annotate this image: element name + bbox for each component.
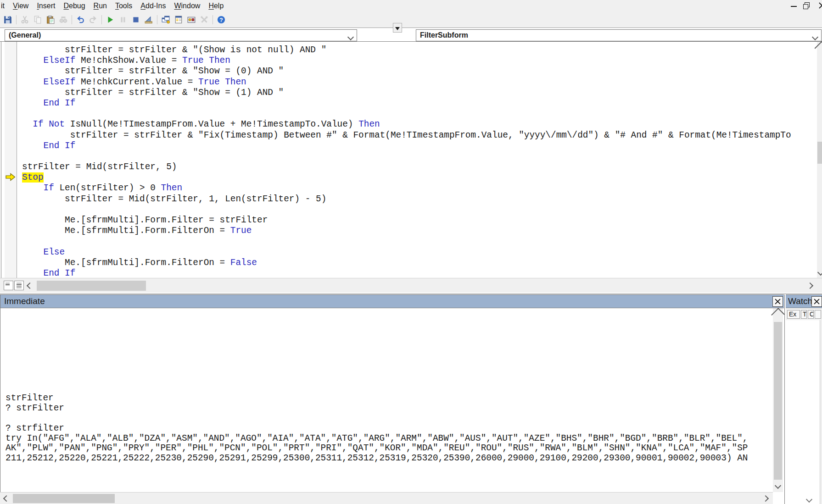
scroll-left-button[interactable] [25,281,35,291]
code-line: strFilter = strFilter & "Show = (1) AND … [22,88,817,98]
break-button[interactable] [117,13,129,26]
scroll-right-button[interactable] [805,281,815,291]
design-mode-button[interactable] [142,13,155,26]
properties-window-button[interactable] [172,13,185,26]
code-line: Me.[sfrmMulti].Form.FilterOn = False [22,258,817,268]
menu-item-tools[interactable]: Tools [111,1,136,11]
save-button[interactable] [1,13,14,26]
save-icon [4,16,12,24]
scroll-up-button[interactable] [773,310,783,319]
redo-button[interactable] [87,13,100,26]
menu-item-run[interactable]: Run [89,1,111,11]
immediate-horizontal-scrollbar-thumb[interactable] [13,494,115,503]
watches-column-headers: ExTC [786,309,822,320]
code-vertical-scrollbar[interactable] [817,42,822,278]
watches-scrollbar[interactable] [820,320,822,504]
scroll-up-button[interactable] [817,43,822,52]
menu-item-insert[interactable]: Insert [33,1,59,11]
combo-row: (General) FilterSubform [0,28,822,42]
immediate-window-titlebar[interactable]: Immediate [0,294,784,308]
code-line: End If [22,98,817,109]
watch-panel-divider[interactable] [784,294,785,504]
full-module-view-icon [17,283,22,288]
watches-column-header: C [808,310,814,319]
undo-icon [76,16,84,24]
full-module-view-button[interactable] [14,281,24,290]
procedure-combobox-value: FilterSubform [420,31,468,39]
immediate-close-button[interactable] [772,296,783,307]
menu-item-view[interactable]: View [9,1,33,11]
code-margin-indicator-bar[interactable] [5,42,17,278]
svg-text:?: ? [219,17,223,23]
procedure-view-button[interactable] [4,281,13,290]
code-window[interactable]: strFilter = strFilter & "(Show is not nu… [17,42,817,278]
undo-button[interactable] [74,13,87,26]
immediate-vertical-scrollbar-thumb[interactable] [774,322,782,480]
run-icon [106,16,114,24]
restore-button[interactable] [803,2,810,9]
scroll-left-button[interactable] [2,494,11,503]
code-line: Else [22,247,817,258]
immediate-vertical-scrollbar[interactable] [773,308,783,492]
immediate-horizontal-scrollbar[interactable] [0,492,773,504]
toolbar-separator [212,15,213,24]
redo-icon [89,16,97,24]
copy-button[interactable] [31,13,44,26]
pane-divider[interactable] [0,294,822,294]
current-statement-arrow-icon [6,173,16,181]
cut-button[interactable] [18,13,31,26]
chevron-right-icon [762,495,769,502]
toolbar-separator [72,15,72,24]
menu-item-add-ins[interactable]: Add-Ins [136,1,170,11]
immediate-window[interactable]: strFilter ? strFilter ? strfilter try In… [0,308,784,492]
scroll-down-button[interactable] [817,268,822,277]
reset-button[interactable] [129,13,142,26]
toolbar-separator [157,15,157,24]
code-vertical-scrollbar-thumb[interactable] [817,142,822,164]
close-button[interactable] [819,2,822,9]
chevron-down-icon [395,27,400,30]
code-editor[interactable]: strFilter = strFilter & "(Show is not nu… [17,42,817,278]
run-button[interactable] [104,13,117,26]
toolbox-button[interactable] [198,13,211,26]
properties-window-icon [174,16,183,24]
code-horizontal-scrollbar-thumb[interactable] [37,281,146,291]
menu-item-window[interactable]: Window [170,1,204,11]
menu-item-it[interactable]: it [0,1,9,11]
paste-button[interactable] [44,13,57,26]
code-line: If Len(strFilter) > 0 Then [22,183,817,194]
code-line: strFilter = Mid(strFilter, 1, Len(strFil… [22,194,817,205]
scroll-right-button[interactable] [761,494,770,503]
chevron-left-icon [3,495,10,502]
procedure-combobox[interactable]: FilterSubform [416,29,822,41]
minimize-button[interactable] [791,6,797,7]
toolbar: ? [0,12,822,28]
object-combobox[interactable]: (General) [5,29,357,41]
help-icon: ? [217,16,225,24]
scroll-down-button[interactable] [773,481,783,490]
menu-item-help[interactable]: Help [204,1,228,11]
help-button[interactable]: ? [215,13,228,26]
project-explorer-button[interactable] [159,13,172,26]
find-button[interactable] [57,13,70,26]
code-line: End If [22,141,817,151]
chevron-down-icon[interactable] [348,33,353,41]
find-icon [59,16,67,24]
code-line: ElseIf Me!chkCurrent.Value = True Then [22,77,817,88]
code-window-left-border [1,42,1,293]
close-icon [775,299,781,305]
object-browser-button[interactable] [185,13,198,26]
close-icon [814,299,820,305]
chevron-down-icon[interactable] [813,33,817,41]
immediate-log[interactable]: strFilter ? strFilter ? strfilter try In… [1,308,772,492]
watches-close-button[interactable] [811,296,822,307]
object-browser-icon [187,16,196,24]
immediate-window-title: Immediate [4,296,45,306]
toolbar-overflow-button[interactable] [393,23,402,33]
restore-icon [803,4,808,9]
chevron-up-icon [771,308,785,321]
watches-window[interactable] [786,320,822,504]
watches-column-header: Ex [787,310,800,319]
menu-item-debug[interactable]: Debug [59,1,89,11]
procedure-view-icon [6,283,10,286]
